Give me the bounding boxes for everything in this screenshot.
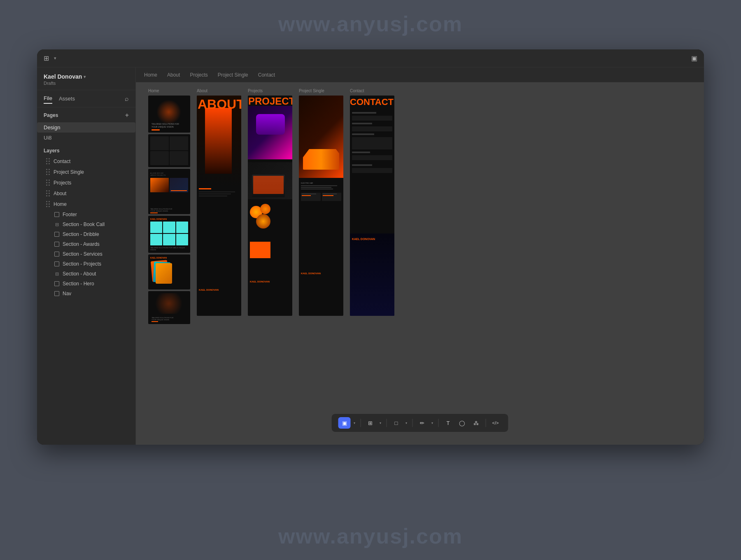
grid-icon (46, 180, 50, 186)
kael-about: KAEL DONOVAN (199, 289, 219, 291)
screen (253, 176, 284, 194)
comment-icon: ◯ (459, 420, 465, 426)
projects-main-frame[interactable]: PROJECTS (248, 96, 292, 316)
contact-main-frame[interactable]: CONTACT (350, 96, 394, 316)
home-bottom-frame[interactable]: TAILORED SOLUTIONS FORYOUR UNIQUE VISION (148, 291, 190, 324)
home-items-frame[interactable]: KAEL DONOVAN (148, 254, 190, 289)
services-grid (150, 136, 188, 165)
text-tool-button[interactable]: T (442, 417, 454, 429)
layer-nav-label: Nav (63, 291, 71, 296)
layer-section-about[interactable]: ⊟ Section - About (52, 269, 129, 279)
frame-icon (54, 252, 59, 257)
layer-home[interactable]: Home (44, 199, 129, 210)
layer-section-dribble[interactable]: Section - Dribble (52, 229, 129, 239)
page-tab-contact[interactable]: Contact (258, 70, 275, 79)
layer-section-hero[interactable]: Section - Hero (52, 279, 129, 289)
shape-tool-button[interactable]: □ (390, 417, 403, 429)
layer-dribble-label: Section - Dribble (63, 231, 99, 237)
home-children: Footer ⊟ Section - Book Call Section - D… (44, 210, 129, 299)
form-input-1 (352, 116, 392, 121)
pen-tool-button[interactable]: ✏ (416, 417, 429, 429)
about-content (199, 188, 239, 201)
cta-bar (151, 129, 160, 131)
grid-icon (46, 169, 50, 175)
page-item-ui8[interactable]: Ui8 (37, 133, 135, 143)
form-label-3 (352, 133, 374, 135)
search-icon[interactable]: ⌕ (125, 95, 129, 103)
project-single-label: Project Single (299, 89, 324, 93)
frame-icon (54, 242, 59, 247)
pen-chevron[interactable]: ▾ (429, 417, 435, 429)
form-label-5 (352, 164, 372, 166)
code-tool-button[interactable]: </> (489, 417, 502, 429)
ps-line (301, 189, 333, 189)
tab-file[interactable]: File (44, 93, 52, 104)
ps-label: ELECTRIC CAR (301, 182, 341, 184)
stat-2 (322, 193, 342, 201)
project-single-main-frame[interactable]: ELECTRIC CAR (299, 96, 343, 316)
layer-section-awards[interactable]: Section - Awards (52, 239, 129, 249)
tab-assets[interactable]: Assets (59, 94, 75, 103)
page-tab-project-single[interactable]: Project Single (218, 70, 248, 79)
bottom-bar-2 (151, 321, 158, 322)
form-label-2 (352, 123, 372, 124)
form-label-1 (352, 112, 376, 114)
panel-toggle-icon[interactable]: ▣ (691, 54, 697, 62)
component-tool-button[interactable]: ⁂ (470, 417, 482, 429)
home-cyan-frame[interactable]: KAEL DONOVAN TAILORED SOLUTIONS FOR KAEL… (148, 216, 190, 253)
contact-frame-label: Contact (350, 89, 364, 93)
home-hero-frame[interactable]: TAILORED SOLUTIONS FORYOUR UNIQUE VISION (148, 96, 190, 133)
add-page-button[interactable]: + (125, 112, 129, 119)
frame-icon (54, 261, 59, 266)
layer-nav[interactable]: Nav (52, 289, 129, 299)
shape-chevron[interactable]: ▾ (403, 417, 409, 429)
page-tab-home[interactable]: Home (144, 70, 157, 79)
select-tool-button[interactable]: ▣ (338, 417, 351, 429)
shape-icon: □ (395, 420, 398, 426)
select-chevron[interactable]: ▾ (352, 417, 357, 429)
select-tool-group: ▣ ▾ (338, 417, 357, 429)
frame-tool-button[interactable]: ⊞ (364, 417, 377, 429)
figma-icon: ⊞ (44, 54, 49, 62)
page-tab-projects[interactable]: Projects (190, 70, 207, 79)
orange-line (199, 188, 211, 189)
chevron-down-icon: ▾ (380, 421, 381, 425)
laptop-bg (248, 162, 292, 199)
home-projects-frame[interactable]: A LOOK INTO MYLATEST PROJECTS TAILORED S… (148, 169, 190, 214)
canvas-area[interactable]: Home About Projects Project Single Conta… (136, 68, 704, 445)
laptop (252, 175, 285, 197)
about-main-frame[interactable]: ABOUT KAEL DONOVAN (197, 96, 241, 316)
layer-section-projects[interactable]: Section - Projects (52, 259, 129, 269)
form-textarea (352, 137, 392, 149)
page-tab-about[interactable]: About (167, 70, 180, 79)
layer-projects[interactable]: Projects (44, 177, 129, 188)
layer-about[interactable]: About (44, 188, 129, 199)
form-input-4 (352, 155, 392, 160)
layer-footer-label: Footer (63, 212, 77, 217)
projects-frame-label: Projects (248, 89, 263, 93)
project-name[interactable]: Kael Donovan ▾ (44, 73, 129, 80)
layer-services-label: Section - Services (63, 251, 103, 257)
home-text-small: TAILORED SOLUTIONS FORYOUR UNIQUE VISION (151, 123, 179, 128)
cyan-grid (150, 222, 188, 245)
layer-section-book-call[interactable]: ⊟ Section - Book Call (52, 219, 129, 229)
layer-section-services[interactable]: Section - Services (52, 249, 129, 259)
comment-tool-button[interactable]: ◯ (456, 417, 468, 429)
home-services-frame[interactable] (148, 134, 190, 167)
title-chevron: ▾ (54, 56, 56, 61)
toolbar-divider-3 (412, 419, 413, 427)
home-frame-label: Home (148, 89, 159, 93)
layer-footer[interactable]: Footer (52, 210, 129, 219)
frame-icon (54, 232, 59, 237)
canvas-viewport[interactable]: Home TAILORED SOLUTIONS FORYOUR UNIQUE V… (136, 82, 704, 445)
layer-project-single[interactable]: Project Single (44, 167, 129, 177)
sidebar-header: Kael Donovan ▾ Drafts (37, 68, 135, 90)
contact-frame-group: Contact CONTACT (350, 89, 394, 316)
pages-section: Pages + (37, 107, 135, 121)
ps-line (301, 187, 331, 188)
layer-contact[interactable]: Contact (44, 156, 129, 167)
vr-bg (248, 106, 292, 159)
frame-tool-group: ⊞ ▾ (364, 417, 383, 429)
frame-chevron[interactable]: ▾ (377, 417, 383, 429)
page-item-design[interactable]: Design (37, 122, 135, 133)
